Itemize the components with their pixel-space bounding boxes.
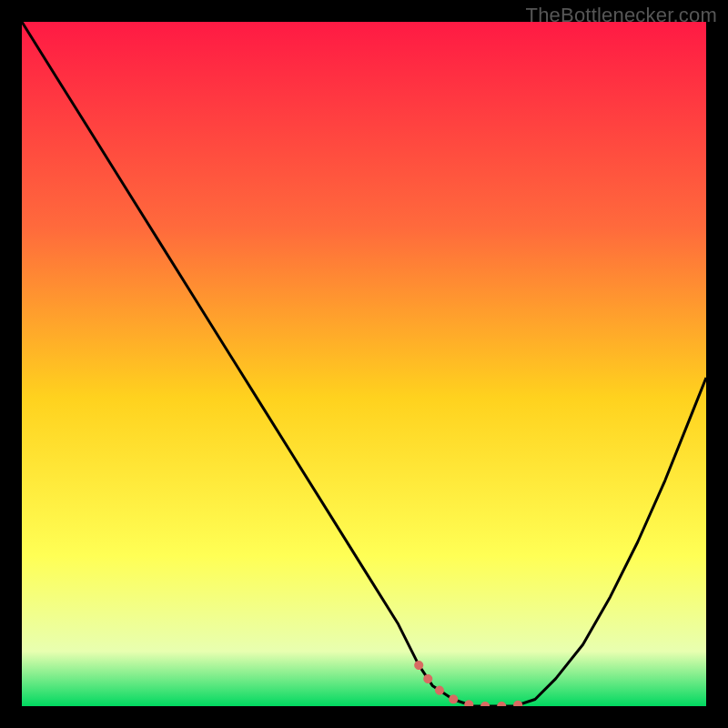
chart-gradient-bg	[22, 22, 706, 706]
watermark-text: TheBottleneсker.com	[526, 4, 717, 27]
bottleneck-chart	[0, 0, 728, 728]
chart-frame: TheBottleneсker.com	[0, 0, 728, 728]
